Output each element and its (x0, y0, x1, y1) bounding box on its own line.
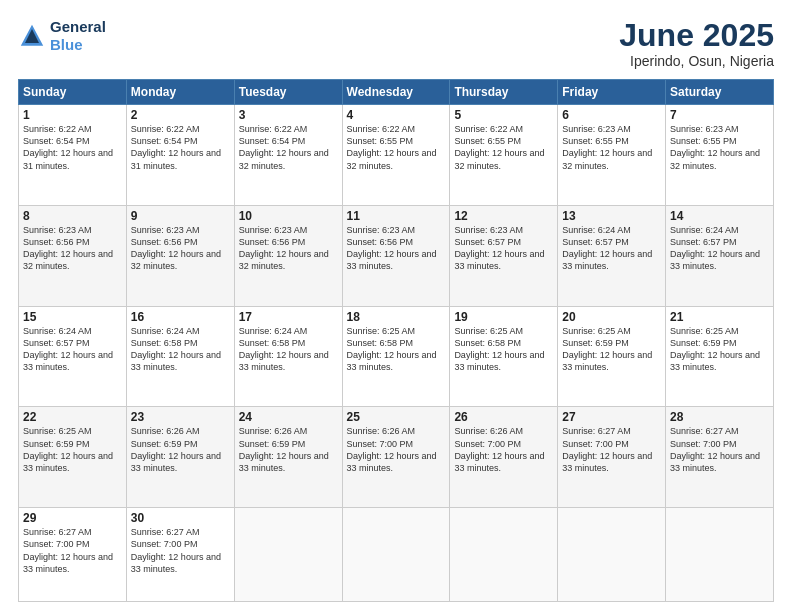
sunrise-label: Sunrise: 6:23 AM (239, 225, 308, 235)
day-info: Sunrise: 6:27 AM Sunset: 7:00 PM Dayligh… (670, 425, 769, 474)
sunset-label: Sunset: 6:59 PM (562, 338, 629, 348)
daylight-label: Daylight: 12 hours and 33 minutes. (131, 552, 221, 574)
daylight-label: Daylight: 12 hours and 33 minutes. (454, 451, 544, 473)
calendar-weekday-header: Thursday (450, 80, 558, 105)
sunset-label: Sunset: 7:00 PM (454, 439, 521, 449)
day-number: 4 (347, 108, 446, 122)
calendar-day-cell: 18 Sunrise: 6:25 AM Sunset: 6:58 PM Dayl… (342, 306, 450, 407)
day-number: 25 (347, 410, 446, 424)
sunset-label: Sunset: 6:55 PM (670, 136, 737, 146)
daylight-label: Daylight: 12 hours and 33 minutes. (670, 451, 760, 473)
calendar-day-cell (666, 508, 774, 602)
sunrise-label: Sunrise: 6:27 AM (131, 527, 200, 537)
calendar-day-cell (234, 508, 342, 602)
day-info: Sunrise: 6:26 AM Sunset: 7:00 PM Dayligh… (454, 425, 553, 474)
day-info: Sunrise: 6:22 AM Sunset: 6:54 PM Dayligh… (131, 123, 230, 172)
daylight-label: Daylight: 12 hours and 33 minutes. (670, 249, 760, 271)
logo-icon (18, 22, 46, 50)
calendar-weekday-header: Sunday (19, 80, 127, 105)
calendar-day-cell: 13 Sunrise: 6:24 AM Sunset: 6:57 PM Dayl… (558, 205, 666, 306)
day-info: Sunrise: 6:24 AM Sunset: 6:57 PM Dayligh… (670, 224, 769, 273)
calendar-day-cell: 16 Sunrise: 6:24 AM Sunset: 6:58 PM Dayl… (126, 306, 234, 407)
sunset-label: Sunset: 6:57 PM (562, 237, 629, 247)
sunset-label: Sunset: 6:59 PM (239, 439, 306, 449)
calendar-day-cell: 12 Sunrise: 6:23 AM Sunset: 6:57 PM Dayl… (450, 205, 558, 306)
calendar-weekday-header: Tuesday (234, 80, 342, 105)
sunrise-label: Sunrise: 6:24 AM (239, 326, 308, 336)
day-number: 23 (131, 410, 230, 424)
daylight-label: Daylight: 12 hours and 33 minutes. (347, 249, 437, 271)
calendar-day-cell: 24 Sunrise: 6:26 AM Sunset: 6:59 PM Dayl… (234, 407, 342, 508)
calendar-day-cell: 27 Sunrise: 6:27 AM Sunset: 7:00 PM Dayl… (558, 407, 666, 508)
daylight-label: Daylight: 12 hours and 32 minutes. (454, 148, 544, 170)
title-area: June 2025 Iperindo, Osun, Nigeria (619, 18, 774, 69)
calendar-weekday-header: Monday (126, 80, 234, 105)
day-number: 20 (562, 310, 661, 324)
day-info: Sunrise: 6:27 AM Sunset: 7:00 PM Dayligh… (131, 526, 230, 575)
calendar-week-row: 22 Sunrise: 6:25 AM Sunset: 6:59 PM Dayl… (19, 407, 774, 508)
sunset-label: Sunset: 6:55 PM (454, 136, 521, 146)
calendar-day-cell: 23 Sunrise: 6:26 AM Sunset: 6:59 PM Dayl… (126, 407, 234, 508)
calendar-day-cell: 17 Sunrise: 6:24 AM Sunset: 6:58 PM Dayl… (234, 306, 342, 407)
calendar-day-cell (342, 508, 450, 602)
sunrise-label: Sunrise: 6:23 AM (454, 225, 523, 235)
calendar-day-cell: 28 Sunrise: 6:27 AM Sunset: 7:00 PM Dayl… (666, 407, 774, 508)
day-info: Sunrise: 6:22 AM Sunset: 6:54 PM Dayligh… (23, 123, 122, 172)
header: General Blue June 2025 Iperindo, Osun, N… (18, 18, 774, 69)
day-number: 11 (347, 209, 446, 223)
sunset-label: Sunset: 6:57 PM (454, 237, 521, 247)
day-info: Sunrise: 6:22 AM Sunset: 6:55 PM Dayligh… (454, 123, 553, 172)
sunrise-label: Sunrise: 6:22 AM (23, 124, 92, 134)
calendar-day-cell: 9 Sunrise: 6:23 AM Sunset: 6:56 PM Dayli… (126, 205, 234, 306)
calendar-day-cell: 3 Sunrise: 6:22 AM Sunset: 6:54 PM Dayli… (234, 105, 342, 206)
day-info: Sunrise: 6:24 AM Sunset: 6:58 PM Dayligh… (239, 325, 338, 374)
calendar-day-cell: 30 Sunrise: 6:27 AM Sunset: 7:00 PM Dayl… (126, 508, 234, 602)
sunset-label: Sunset: 6:58 PM (454, 338, 521, 348)
sunrise-label: Sunrise: 6:22 AM (239, 124, 308, 134)
calendar-day-cell: 14 Sunrise: 6:24 AM Sunset: 6:57 PM Dayl… (666, 205, 774, 306)
calendar-day-cell (450, 508, 558, 602)
calendar-day-cell: 22 Sunrise: 6:25 AM Sunset: 6:59 PM Dayl… (19, 407, 127, 508)
day-number: 17 (239, 310, 338, 324)
day-number: 26 (454, 410, 553, 424)
logo-text: General Blue (50, 18, 106, 54)
day-info: Sunrise: 6:27 AM Sunset: 7:00 PM Dayligh… (23, 526, 122, 575)
sunset-label: Sunset: 6:57 PM (670, 237, 737, 247)
sunset-label: Sunset: 7:00 PM (131, 539, 198, 549)
page: General Blue June 2025 Iperindo, Osun, N… (0, 0, 792, 612)
calendar-weekday-header: Friday (558, 80, 666, 105)
sunrise-label: Sunrise: 6:22 AM (454, 124, 523, 134)
day-info: Sunrise: 6:23 AM Sunset: 6:56 PM Dayligh… (347, 224, 446, 273)
day-info: Sunrise: 6:24 AM Sunset: 6:57 PM Dayligh… (23, 325, 122, 374)
daylight-label: Daylight: 12 hours and 33 minutes. (562, 451, 652, 473)
daylight-label: Daylight: 12 hours and 33 minutes. (239, 451, 329, 473)
day-number: 19 (454, 310, 553, 324)
calendar-day-cell: 11 Sunrise: 6:23 AM Sunset: 6:56 PM Dayl… (342, 205, 450, 306)
day-info: Sunrise: 6:26 AM Sunset: 6:59 PM Dayligh… (239, 425, 338, 474)
day-info: Sunrise: 6:26 AM Sunset: 7:00 PM Dayligh… (347, 425, 446, 474)
sunrise-label: Sunrise: 6:25 AM (562, 326, 631, 336)
calendar-weekday-header: Wednesday (342, 80, 450, 105)
daylight-label: Daylight: 12 hours and 33 minutes. (347, 451, 437, 473)
day-number: 12 (454, 209, 553, 223)
day-info: Sunrise: 6:23 AM Sunset: 6:57 PM Dayligh… (454, 224, 553, 273)
calendar-week-row: 8 Sunrise: 6:23 AM Sunset: 6:56 PM Dayli… (19, 205, 774, 306)
sunrise-label: Sunrise: 6:25 AM (454, 326, 523, 336)
sunrise-label: Sunrise: 6:23 AM (347, 225, 416, 235)
sunrise-label: Sunrise: 6:27 AM (562, 426, 631, 436)
sunset-label: Sunset: 6:54 PM (131, 136, 198, 146)
day-info: Sunrise: 6:25 AM Sunset: 6:58 PM Dayligh… (347, 325, 446, 374)
day-number: 24 (239, 410, 338, 424)
month-title: June 2025 (619, 18, 774, 53)
sunset-label: Sunset: 6:55 PM (562, 136, 629, 146)
day-number: 13 (562, 209, 661, 223)
day-number: 14 (670, 209, 769, 223)
calendar-day-cell: 5 Sunrise: 6:22 AM Sunset: 6:55 PM Dayli… (450, 105, 558, 206)
sunset-label: Sunset: 6:58 PM (347, 338, 414, 348)
sunrise-label: Sunrise: 6:23 AM (23, 225, 92, 235)
daylight-label: Daylight: 12 hours and 33 minutes. (131, 350, 221, 372)
daylight-label: Daylight: 12 hours and 33 minutes. (347, 350, 437, 372)
sunrise-label: Sunrise: 6:26 AM (347, 426, 416, 436)
calendar-day-cell: 6 Sunrise: 6:23 AM Sunset: 6:55 PM Dayli… (558, 105, 666, 206)
sunrise-label: Sunrise: 6:25 AM (23, 426, 92, 436)
